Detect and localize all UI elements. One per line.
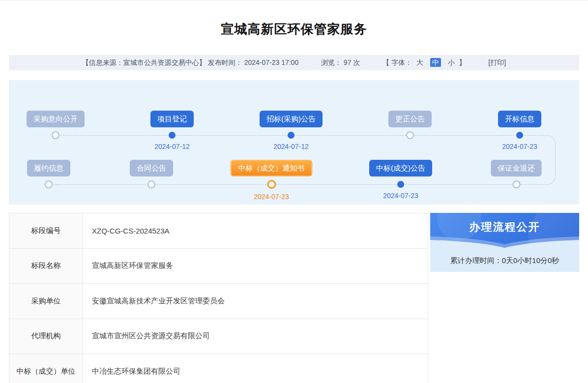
panel-body: 累计办理时间： 0天0小时10分0秒	[430, 250, 579, 272]
step-correction-announcement: 更正公告	[388, 111, 432, 139]
table-row: 采购单位 安徽宣城高新技术产业开发区管理委员会	[9, 284, 428, 319]
step-contract-announcement: 合同公告	[130, 160, 173, 188]
step-correction-announcement-button[interactable]: 更正公告	[388, 111, 432, 127]
step-bid-opening-info: 开标信息 2024-07-23	[498, 111, 541, 150]
print-button[interactable]: [打印]	[488, 59, 506, 66]
page-title: 宣城高新区环保管家服务	[9, 1, 579, 38]
meta-bar: 【信息来源：宣城市公共资源交易中心】 发布时间： 2024-07-23 17:0…	[9, 55, 579, 70]
step-contract-announcement-button[interactable]: 合同公告	[130, 160, 173, 177]
font-size-large-button[interactable]: 大	[416, 59, 423, 66]
step-award-notice: 中标（成交）通知书 2024-07-23	[231, 160, 313, 201]
step-dot	[406, 131, 414, 139]
row-label: 采购单位	[9, 284, 83, 319]
step-dot	[52, 131, 59, 139]
step-award-notice-button[interactable]: 中标（成交）通知书	[231, 160, 313, 177]
row-label: 标段编号	[9, 213, 83, 248]
bid-details-table: 标段编号 XZQ-CG-CS-2024523A 标段名称 宣城高新区环保管家服务…	[9, 213, 428, 383]
duration-value: 0天0小时10分0秒	[502, 256, 559, 265]
step-date: 2024-07-23	[254, 193, 289, 201]
step-procurement-intent-button[interactable]: 采购意向公开	[27, 111, 85, 127]
font-bracket-close: 】	[459, 59, 466, 66]
font-size-medium-button[interactable]: 中	[430, 58, 441, 67]
process-timeline: 采购意向公开 项目登记 2024-07-12 招标(采购)公告 2024-07-…	[9, 80, 579, 205]
step-deposit-refund-button[interactable]: 保证金退还	[491, 160, 542, 177]
publish-label: 发布时间：	[208, 59, 242, 66]
table-row: 标段编号 XZQ-CG-CS-2024523A	[9, 213, 428, 249]
panel-header: 办理流程公开	[430, 213, 579, 250]
step-date: 2024-07-23	[383, 192, 418, 200]
page: 宣城高新区环保管家服务 【信息来源：宣城市公共资源交易中心】 发布时间： 202…	[9, 1, 579, 383]
step-performance-info: 履约信息	[27, 160, 70, 188]
step-date: 2024-07-12	[154, 143, 190, 150]
step-tender-announcement-button[interactable]: 招标(采购)公告	[260, 111, 323, 127]
views-count: 97	[344, 59, 352, 66]
font-bracket-open: 【 字体：	[382, 59, 412, 66]
table-row: 标段名称 宣城高新区环保管家服务	[9, 249, 428, 284]
row-value: XZQ-CG-CS-2024523A	[83, 213, 428, 248]
step-tender-announcement: 招标(采购)公告 2024-07-12	[260, 111, 323, 150]
step-date: 2024-07-23	[502, 143, 537, 150]
step-procurement-intent: 采购意向公开	[27, 111, 85, 139]
step-deposit-refund: 保证金退还	[491, 160, 542, 188]
step-date: 2024-07-12	[273, 143, 309, 150]
row-value: 宣城高新区环保管家服务	[83, 249, 428, 284]
step-dot	[147, 180, 155, 188]
table-row: 代理机构 宣城市宣州区公共资源交易有限公司	[9, 319, 428, 354]
step-award-announcement-button[interactable]: 中标(成交)公告	[369, 160, 432, 177]
table-row: 中标（成交）单位 中冶生态环保集团有限公司	[9, 354, 428, 383]
views-unit: 次	[353, 59, 360, 66]
step-dot	[267, 180, 276, 189]
row-value: 宣城市宣州区公共资源交易有限公司	[83, 319, 428, 354]
process-disclosure-panel: 办理流程公开 累计办理时间： 0天0小时10分0秒	[430, 213, 579, 272]
step-project-registration: 项目登记 2024-07-12	[150, 111, 194, 150]
step-project-registration-button[interactable]: 项目登记	[150, 111, 194, 127]
step-dot	[516, 132, 523, 139]
content-area: 标段编号 XZQ-CG-CS-2024523A 标段名称 宣城高新区环保管家服务…	[9, 213, 579, 383]
row-label: 代理机构	[9, 319, 83, 354]
step-performance-info-button[interactable]: 履约信息	[27, 160, 70, 177]
row-value: 中冶生态环保集团有限公司	[83, 354, 428, 383]
font-size-small-button[interactable]: 小	[448, 59, 455, 66]
views-label: 浏览：	[321, 59, 342, 66]
step-bid-opening-info-button[interactable]: 开标信息	[498, 111, 541, 127]
step-dot	[397, 181, 404, 188]
row-label: 标段名称	[9, 249, 83, 284]
publish-time: 2024-07-23 17:00	[244, 59, 299, 66]
row-value: 安徽宣城高新技术产业开发区管理委员会	[83, 284, 428, 319]
step-dot	[288, 132, 294, 139]
step-dot	[512, 180, 520, 188]
duration-label: 累计办理时间：	[450, 256, 502, 265]
step-dot	[169, 132, 176, 139]
step-dot	[45, 180, 53, 188]
info-source: 【信息来源：宣城市公共资源交易中心】	[82, 59, 206, 66]
step-award-announcement: 中标(成交)公告 2024-07-23	[369, 160, 432, 200]
row-label: 中标（成交）单位	[9, 354, 83, 383]
wave-decoration-icon	[430, 236, 579, 250]
